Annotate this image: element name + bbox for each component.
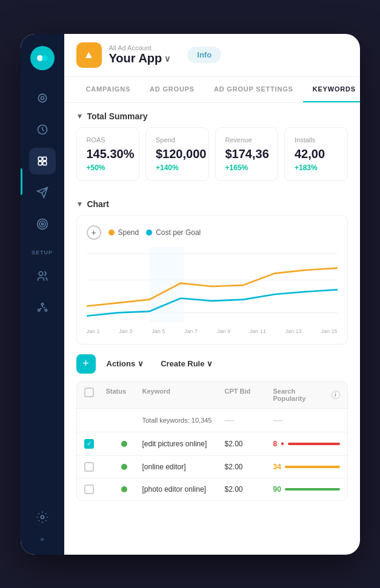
summary-chevron-icon: ▼ (76, 112, 84, 121)
table-row: [online editor] $2.00 34 (77, 456, 347, 478)
metric-installs: Installs 42,00 +183% (284, 127, 348, 181)
total-cpt-dash: — (225, 415, 273, 426)
create-rule-label: Create Rule (161, 359, 204, 368)
installs-value: 42,00 (295, 147, 338, 161)
search-pop-col-label: Search Popularity (273, 388, 330, 402)
row3-pop-bar (285, 488, 340, 491)
device-frame: SETUP » (21, 34, 360, 555)
svg-point-14 (38, 309, 39, 311)
sidebar-item-send[interactable] (29, 179, 56, 206)
settings-icon[interactable] (29, 504, 56, 530)
svg-point-13 (41, 303, 43, 305)
table-row: ✓ [edit pictures online] $2.00 8 • (77, 432, 347, 456)
x-label-3: Jan 7 (184, 328, 198, 334)
row2-checkbox[interactable] (84, 462, 94, 472)
installs-label: Installs (295, 136, 338, 144)
chart-x-labels: Jan 1 Jan 3 Jan 5 Jan 7 Jan 9 Jan 11 Jan… (87, 326, 338, 334)
chart-add-button[interactable]: + (87, 225, 101, 240)
chart-section: + Spend Cost per Goal (64, 215, 360, 354)
row3-popularity: 90 (273, 485, 340, 494)
cpt-bid-col-label: CPT Bid (225, 388, 251, 395)
x-label-6: Jan 13 (285, 328, 302, 334)
tab-ad-group-settings[interactable]: AD GROUP SETTINGS (204, 77, 303, 102)
row1-pop-dot: • (281, 438, 284, 449)
row1-checkbox[interactable]: ✓ (84, 439, 94, 449)
roas-label: ROAS (87, 136, 130, 144)
svg-point-16 (41, 515, 44, 518)
sidebar-item-campaigns[interactable] (29, 148, 56, 174)
header-status: Status (106, 388, 142, 402)
tab-keywords[interactable]: KEYWORDS (303, 77, 360, 102)
svg-point-3 (41, 96, 44, 99)
row1-status (106, 441, 142, 447)
row3-checkbox-container (84, 484, 106, 494)
row2-popularity: 34 (273, 463, 340, 471)
row1-cpt-bid: $2.00 (225, 440, 273, 448)
chart-svg (87, 247, 338, 326)
total-pop-dash: — (273, 415, 340, 426)
tab-campaigns[interactable]: CAMPAIGNS (76, 77, 141, 102)
status-col-label: Status (106, 388, 127, 395)
app-icon: ▲ (76, 42, 102, 68)
sidebar: SETUP » (21, 34, 64, 555)
row3-status (106, 486, 142, 492)
summary-section-header[interactable]: ▼ Total Summary (64, 103, 360, 127)
row3-cpt-bid: $2.00 (225, 485, 273, 494)
summary-section-label: Total Summary (87, 111, 147, 121)
row3-checkbox[interactable] (84, 484, 94, 494)
row2-checkbox-container (84, 462, 106, 472)
actions-dropdown[interactable]: Actions ∨ (101, 355, 150, 372)
x-label-5: Jan 11 (250, 328, 266, 334)
select-all-checkbox[interactable] (84, 388, 94, 397)
keywords-table: Status Keyword CPT Bid Search Popularity… (76, 381, 348, 501)
actions-chevron-icon: ∨ (138, 359, 144, 368)
add-keyword-button[interactable]: + (76, 354, 96, 374)
svg-rect-7 (38, 161, 42, 165)
metrics-row: ROAS 145.30% +50% Spend $120,000 +140% R… (64, 127, 360, 191)
row1-pop-bar (288, 443, 340, 445)
row2-pop-number: 34 (273, 463, 281, 471)
main-content: ▲ All Ad Account Your App ∨ Info CAMPAIG… (64, 34, 360, 555)
expand-button[interactable]: » (40, 535, 44, 543)
header-cpt-bid: CPT Bid (225, 388, 273, 402)
sidebar-item-users[interactable] (29, 263, 56, 289)
legend-spend: Spend (108, 228, 139, 237)
sidebar-item-dashboard[interactable] (29, 116, 56, 143)
spend-change: +140% (156, 164, 199, 172)
sidebar-item-home[interactable] (29, 85, 56, 111)
app-name: Your App (109, 51, 162, 65)
svg-point-10 (39, 221, 45, 227)
row3-keyword: [photo editor online] (142, 485, 225, 494)
chart-section-header[interactable]: ▼ Chart (64, 191, 360, 215)
sidebar-bottom: » (29, 504, 56, 543)
cpg-legend-dot (146, 230, 152, 236)
header-checkbox (84, 388, 106, 402)
table-actions: + Actions ∨ Create Rule ∨ (76, 354, 348, 374)
table-header: Status Keyword CPT Bid Search Popularity… (77, 382, 347, 409)
tab-ad-groups[interactable]: AD GROUPS (140, 77, 204, 102)
sidebar-item-target[interactable] (29, 211, 56, 237)
chart-section-label: Chart (87, 199, 109, 209)
spend-legend-dot (108, 230, 115, 236)
svg-point-2 (38, 94, 46, 102)
create-rule-dropdown[interactable]: Create Rule ∨ (155, 355, 219, 372)
x-label-4: Jan 9 (217, 328, 230, 334)
app-name-container[interactable]: Your App ∨ (109, 51, 171, 65)
revenue-value: $174,36 (225, 147, 268, 161)
search-pop-info-icon[interactable]: i (332, 391, 340, 399)
info-button[interactable]: Info (187, 47, 221, 63)
active-indicator (21, 168, 22, 195)
installs-change: +183% (295, 164, 338, 172)
row2-status-dot (121, 464, 127, 470)
logo-icon[interactable] (30, 46, 55, 70)
chart-area (87, 247, 338, 326)
sidebar-item-nodes[interactable] (29, 294, 56, 321)
svg-rect-5 (38, 157, 42, 160)
row1-status-dot (121, 441, 127, 447)
metric-revenue: Revenue $174,36 +165% (215, 127, 279, 181)
legend-cpg: Cost per Goal (146, 228, 201, 237)
table-total-row: Totall keywords: 10,345 — — (77, 409, 347, 432)
svg-rect-8 (42, 161, 46, 165)
spend-value: $120,000 (156, 147, 199, 161)
svg-point-11 (41, 223, 43, 225)
